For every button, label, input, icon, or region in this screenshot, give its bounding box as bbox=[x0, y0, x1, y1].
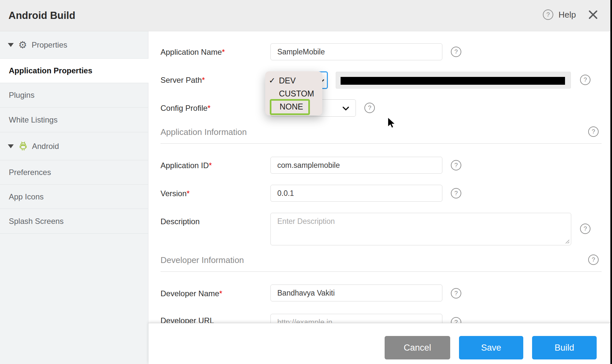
developer-information-help-icon[interactable]: ? bbox=[588, 255, 599, 265]
server-path-value-box bbox=[336, 72, 571, 89]
section-divider bbox=[161, 271, 602, 272]
application-id-input[interactable] bbox=[270, 157, 442, 174]
developer-name-label: Developer Name* bbox=[161, 289, 222, 298]
help-link[interactable]: Help bbox=[558, 0, 576, 31]
dropdown-option-dev[interactable]: ✓ DEV bbox=[265, 74, 322, 87]
required-asterisk: * bbox=[222, 48, 225, 56]
dialog-footer: Cancel Save Build bbox=[148, 323, 612, 364]
dialog-header: Android Build ? Help bbox=[0, 0, 612, 31]
developer-name-help-icon[interactable]: ? bbox=[451, 288, 461, 298]
application-id-label: Application ID* bbox=[161, 161, 212, 170]
android-build-dialog: Android Build ? Help ⚙ Properties Applic… bbox=[0, 0, 612, 364]
server-path-help-icon[interactable]: ? bbox=[580, 75, 590, 85]
application-name-input[interactable] bbox=[270, 43, 442, 60]
highlight-annotation-box bbox=[270, 99, 310, 115]
dropdown-option-custom[interactable]: CUSTOM bbox=[265, 87, 322, 100]
resize-handle-icon[interactable] bbox=[564, 239, 570, 244]
description-help-icon[interactable]: ? bbox=[580, 224, 590, 234]
version-help-icon[interactable]: ? bbox=[451, 188, 461, 198]
application-information-heading: Application Information bbox=[161, 127, 247, 137]
application-name-help-icon[interactable]: ? bbox=[451, 47, 461, 57]
config-profile-label: Config Profile* bbox=[161, 104, 210, 113]
section-divider bbox=[161, 143, 602, 144]
required-asterisk: * bbox=[219, 289, 222, 298]
description-label: Description bbox=[161, 217, 200, 226]
save-button[interactable]: Save bbox=[459, 336, 523, 359]
developer-information-heading: Developer Information bbox=[161, 255, 244, 265]
config-profile-help-icon[interactable]: ? bbox=[364, 103, 375, 113]
close-icon[interactable] bbox=[587, 9, 599, 21]
description-textarea[interactable] bbox=[270, 213, 571, 245]
form-area: Application Name* ? Server Path* ? Confi… bbox=[0, 0, 612, 364]
cancel-button[interactable]: Cancel bbox=[385, 336, 450, 359]
option-label: DEV bbox=[279, 76, 296, 85]
close-x-glyph bbox=[587, 9, 599, 21]
version-label: Version* bbox=[161, 189, 190, 198]
required-asterisk: * bbox=[207, 104, 210, 112]
mouse-cursor bbox=[387, 117, 396, 130]
application-id-help-icon[interactable]: ? bbox=[451, 160, 461, 170]
server-path-label: Server Path* bbox=[161, 76, 205, 85]
required-asterisk: * bbox=[202, 76, 205, 84]
dialog-title: Android Build bbox=[8, 0, 75, 31]
screen-edge-strip bbox=[610, 0, 612, 364]
chevron-down-icon bbox=[343, 107, 349, 110]
build-button[interactable]: Build bbox=[532, 336, 597, 359]
developer-name-input[interactable] bbox=[270, 284, 442, 301]
question-glyph: ? bbox=[546, 11, 550, 18]
check-icon: ✓ bbox=[269, 76, 275, 85]
application-information-help-icon[interactable]: ? bbox=[588, 126, 599, 137]
help-icon[interactable]: ? bbox=[543, 9, 553, 20]
version-input[interactable] bbox=[270, 185, 442, 202]
option-label: CUSTOM bbox=[279, 89, 314, 98]
application-name-label: Application Name* bbox=[161, 48, 225, 57]
redacted-server-path bbox=[341, 77, 565, 85]
required-asterisk: * bbox=[187, 189, 190, 198]
required-asterisk: * bbox=[209, 161, 212, 170]
